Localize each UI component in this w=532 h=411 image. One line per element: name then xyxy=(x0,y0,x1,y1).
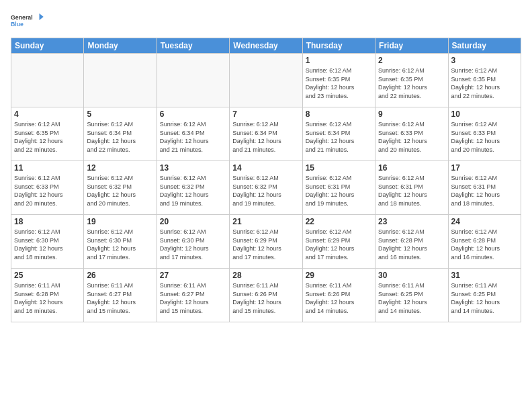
calendar-day-cell xyxy=(230,54,302,107)
calendar-day-cell: 31Sunrise: 6:11 AM Sunset: 6:25 PM Dayli… xyxy=(448,269,521,322)
day-info: Sunrise: 6:12 AM Sunset: 6:28 PM Dayligh… xyxy=(451,228,518,261)
calendar-day-cell: 4Sunrise: 6:12 AM Sunset: 6:35 PM Daylig… xyxy=(11,107,84,161)
logo: General Blue xyxy=(11,8,44,32)
day-info: Sunrise: 6:12 AM Sunset: 6:34 PM Dayligh… xyxy=(306,120,372,154)
calendar-day-cell xyxy=(157,54,229,107)
calendar-day-cell xyxy=(84,54,157,107)
calendar-day-cell: 21Sunrise: 6:12 AM Sunset: 6:29 PM Dayli… xyxy=(230,215,302,269)
day-info: Sunrise: 6:12 AM Sunset: 6:28 PM Dayligh… xyxy=(378,228,445,261)
calendar-day-cell: 17Sunrise: 6:12 AM Sunset: 6:31 PM Dayli… xyxy=(448,161,521,215)
day-info: Sunrise: 6:12 AM Sunset: 6:35 PM Dayligh… xyxy=(378,66,445,100)
day-number: 20 xyxy=(160,217,226,226)
day-number: 12 xyxy=(87,163,153,173)
calendar-day-header: Wednesday xyxy=(230,38,302,54)
day-info: Sunrise: 6:12 AM Sunset: 6:31 PM Dayligh… xyxy=(378,174,445,208)
calendar-day-cell: 3Sunrise: 6:12 AM Sunset: 6:35 PM Daylig… xyxy=(448,54,521,107)
calendar-day-cell: 25Sunrise: 6:11 AM Sunset: 6:28 PM Dayli… xyxy=(11,269,84,322)
calendar-day-cell: 7Sunrise: 6:12 AM Sunset: 6:34 PM Daylig… xyxy=(230,107,302,161)
calendar-day-cell: 6Sunrise: 6:12 AM Sunset: 6:34 PM Daylig… xyxy=(157,107,229,161)
day-info: Sunrise: 6:12 AM Sunset: 6:31 PM Dayligh… xyxy=(306,174,372,208)
day-number: 22 xyxy=(306,217,372,226)
calendar-day-cell: 24Sunrise: 6:12 AM Sunset: 6:28 PM Dayli… xyxy=(448,215,521,269)
day-info: Sunrise: 6:11 AM Sunset: 6:27 PM Dayligh… xyxy=(87,281,153,315)
day-number: 17 xyxy=(451,163,518,173)
calendar-day-cell: 23Sunrise: 6:12 AM Sunset: 6:28 PM Dayli… xyxy=(375,215,448,269)
calendar-week-row: 18Sunrise: 6:12 AM Sunset: 6:30 PM Dayli… xyxy=(11,215,521,269)
day-info: Sunrise: 6:12 AM Sunset: 6:33 PM Dayligh… xyxy=(14,174,81,208)
calendar-day-cell: 28Sunrise: 6:11 AM Sunset: 6:26 PM Dayli… xyxy=(230,269,302,322)
calendar-day-header: Tuesday xyxy=(157,38,229,54)
calendar-week-row: 1Sunrise: 6:12 AM Sunset: 6:35 PM Daylig… xyxy=(11,54,521,107)
calendar-day-cell: 26Sunrise: 6:11 AM Sunset: 6:27 PM Dayli… xyxy=(84,269,157,322)
day-info: Sunrise: 6:12 AM Sunset: 6:32 PM Dayligh… xyxy=(87,174,153,208)
day-number: 11 xyxy=(14,163,81,173)
day-number: 23 xyxy=(378,217,445,226)
day-info: Sunrise: 6:11 AM Sunset: 6:27 PM Dayligh… xyxy=(160,281,226,315)
day-info: Sunrise: 6:12 AM Sunset: 6:35 PM Dayligh… xyxy=(451,66,518,100)
day-number: 24 xyxy=(451,217,518,226)
calendar-day-header: Sunday xyxy=(11,38,84,54)
calendar-day-cell: 8Sunrise: 6:12 AM Sunset: 6:34 PM Daylig… xyxy=(302,107,375,161)
day-info: Sunrise: 6:12 AM Sunset: 6:35 PM Dayligh… xyxy=(14,120,81,154)
calendar-week-row: 4Sunrise: 6:12 AM Sunset: 6:35 PM Daylig… xyxy=(11,107,521,161)
calendar-day-cell: 29Sunrise: 6:11 AM Sunset: 6:26 PM Dayli… xyxy=(302,269,375,322)
day-number: 14 xyxy=(232,163,299,173)
day-info: Sunrise: 6:12 AM Sunset: 6:30 PM Dayligh… xyxy=(87,228,153,261)
calendar-day-header: Thursday xyxy=(302,38,375,54)
calendar-header-row: SundayMondayTuesdayWednesdayThursdayFrid… xyxy=(11,38,521,54)
day-info: Sunrise: 6:12 AM Sunset: 6:32 PM Dayligh… xyxy=(232,174,299,208)
day-number: 10 xyxy=(451,109,518,119)
svg-text:General: General xyxy=(11,14,33,21)
day-number: 6 xyxy=(160,109,226,119)
day-info: Sunrise: 6:11 AM Sunset: 6:26 PM Dayligh… xyxy=(232,281,299,315)
day-info: Sunrise: 6:12 AM Sunset: 6:29 PM Dayligh… xyxy=(306,228,372,261)
day-number: 15 xyxy=(306,163,372,173)
day-number: 25 xyxy=(14,271,81,280)
calendar-day-header: Saturday xyxy=(448,38,521,54)
calendar-day-cell: 13Sunrise: 6:12 AM Sunset: 6:32 PM Dayli… xyxy=(157,161,229,215)
calendar-day-cell: 2Sunrise: 6:12 AM Sunset: 6:35 PM Daylig… xyxy=(375,54,448,107)
calendar-day-cell: 14Sunrise: 6:12 AM Sunset: 6:32 PM Dayli… xyxy=(230,161,302,215)
calendar-day-cell: 27Sunrise: 6:11 AM Sunset: 6:27 PM Dayli… xyxy=(157,269,229,322)
calendar-week-row: 25Sunrise: 6:11 AM Sunset: 6:28 PM Dayli… xyxy=(11,269,521,322)
day-info: Sunrise: 6:11 AM Sunset: 6:25 PM Dayligh… xyxy=(451,281,518,315)
day-number: 1 xyxy=(306,56,372,65)
day-info: Sunrise: 6:12 AM Sunset: 6:33 PM Dayligh… xyxy=(451,120,518,154)
day-info: Sunrise: 6:11 AM Sunset: 6:25 PM Dayligh… xyxy=(378,281,445,315)
calendar-day-cell xyxy=(11,54,84,107)
day-info: Sunrise: 6:12 AM Sunset: 6:34 PM Dayligh… xyxy=(87,120,153,154)
calendar-day-cell: 19Sunrise: 6:12 AM Sunset: 6:30 PM Dayli… xyxy=(84,215,157,269)
day-info: Sunrise: 6:12 AM Sunset: 6:30 PM Dayligh… xyxy=(14,228,81,261)
logo-svg: General Blue xyxy=(11,8,44,32)
day-info: Sunrise: 6:12 AM Sunset: 6:33 PM Dayligh… xyxy=(378,120,445,154)
calendar-day-cell: 1Sunrise: 6:12 AM Sunset: 6:35 PM Daylig… xyxy=(302,54,375,107)
day-info: Sunrise: 6:12 AM Sunset: 6:31 PM Dayligh… xyxy=(451,174,518,208)
calendar-day-header: Friday xyxy=(375,38,448,54)
day-number: 18 xyxy=(14,217,81,226)
day-number: 7 xyxy=(232,109,299,119)
day-info: Sunrise: 6:12 AM Sunset: 6:30 PM Dayligh… xyxy=(160,228,226,261)
calendar-day-cell: 20Sunrise: 6:12 AM Sunset: 6:30 PM Dayli… xyxy=(157,215,229,269)
day-number: 28 xyxy=(232,271,299,280)
calendar-day-cell: 18Sunrise: 6:12 AM Sunset: 6:30 PM Dayli… xyxy=(11,215,84,269)
day-info: Sunrise: 6:12 AM Sunset: 6:35 PM Dayligh… xyxy=(306,66,372,100)
day-number: 19 xyxy=(87,217,153,226)
day-number: 21 xyxy=(232,217,299,226)
day-info: Sunrise: 6:11 AM Sunset: 6:26 PM Dayligh… xyxy=(306,281,372,315)
day-number: 8 xyxy=(306,109,372,119)
calendar-table: SundayMondayTuesdayWednesdayThursdayFrid… xyxy=(11,38,521,322)
calendar-day-header: Monday xyxy=(84,38,157,54)
day-number: 26 xyxy=(87,271,153,280)
day-info: Sunrise: 6:12 AM Sunset: 6:32 PM Dayligh… xyxy=(160,174,226,208)
day-number: 5 xyxy=(87,109,153,119)
page-header: General Blue xyxy=(11,8,521,32)
day-number: 3 xyxy=(451,56,518,65)
day-number: 29 xyxy=(306,271,372,280)
day-number: 30 xyxy=(378,271,445,280)
calendar-day-cell: 30Sunrise: 6:11 AM Sunset: 6:25 PM Dayli… xyxy=(375,269,448,322)
svg-text:Blue: Blue xyxy=(11,21,24,28)
day-number: 27 xyxy=(160,271,226,280)
day-number: 13 xyxy=(160,163,226,173)
day-number: 4 xyxy=(14,109,81,119)
day-number: 16 xyxy=(378,163,445,173)
